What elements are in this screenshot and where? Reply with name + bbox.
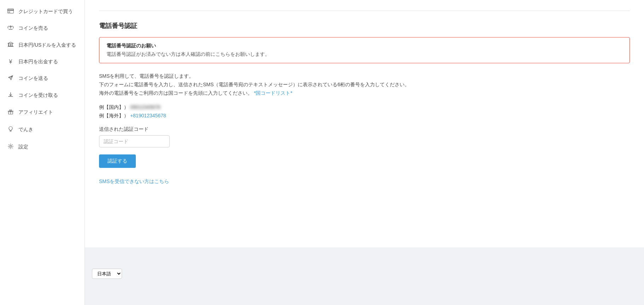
alert-box: 電話番号認証のお願い 電話番号認証がお済みでない方は本人確認の前にこちらをお願い… xyxy=(99,37,630,63)
top-divider xyxy=(99,11,630,11)
sidebar-item-receive-coins-label: コインを受け取る xyxy=(18,92,58,99)
country-code-link[interactable]: *国コードリスト* xyxy=(254,90,292,96)
sidebar-item-settings-label: 設定 xyxy=(18,144,28,150)
sidebar: クレジットカードで買う コインを売る xyxy=(0,0,85,305)
description: SMSを利用して、電話番号を認証します。 下のフォームに電話番号を入力し、送信さ… xyxy=(99,72,630,97)
sidebar-item-electricity[interactable]: でんき xyxy=(0,121,85,139)
sidebar-item-electricity-label: でんき xyxy=(18,127,33,133)
download-icon xyxy=(7,92,14,99)
description-line4-prefix: 海外の電話番号をご利用の方は国コードを先頭に入力してください。 xyxy=(99,90,253,96)
yen-icon: ¥ xyxy=(7,59,14,65)
sidebar-item-send-coins[interactable]: コインを送る xyxy=(0,70,85,87)
example-domestic-label: 例【国内】） xyxy=(99,104,129,110)
sidebar-item-send-coins-label: コインを送る xyxy=(18,75,48,82)
bulb-icon xyxy=(7,126,14,134)
example-overseas-label: 例【海外】） xyxy=(99,113,129,118)
sidebar-item-receive-coins[interactable]: コインを受け取る xyxy=(0,87,85,104)
page-title: 電話番号認証 xyxy=(99,22,630,30)
form-section: 送信された認証コード 認証する xyxy=(99,126,630,178)
gear-icon xyxy=(7,143,14,151)
sidebar-item-sell-coins[interactable]: コインを売る xyxy=(0,20,85,37)
sidebar-item-deposit-jpy-usd-label: 日本円/USドルを入金する xyxy=(18,42,76,48)
sidebar-item-buy-credit-card[interactable]: クレジットカードで買う xyxy=(0,4,85,20)
description-line2: 下のフォームに電話番号を入力し、送信されたSMS（電話番号宛のテキストメッセージ… xyxy=(99,82,350,87)
cloud-upload-icon xyxy=(7,25,14,32)
example-domestic: 例【国内】） 09012345678 xyxy=(99,104,630,111)
sidebar-item-buy-credit-card-label: クレジットカードで買う xyxy=(18,8,73,15)
svg-marker-3 xyxy=(8,42,13,43)
alert-title: 電話番号認証のお願い xyxy=(106,43,622,49)
svg-rect-6 xyxy=(12,43,12,46)
language-select[interactable]: 日本語 English xyxy=(92,269,122,279)
description-line1: SMSを利用して、電話番号を認証します。 xyxy=(99,73,194,79)
content-card: 電話番号認証 電話番号認証のお願い 電話番号認証がお済みでない方は本人確認の前に… xyxy=(85,0,644,247)
credit-card-icon xyxy=(7,8,14,15)
svg-rect-5 xyxy=(10,43,11,46)
sidebar-item-withdraw-jpy[interactable]: ¥ 日本円を出金する xyxy=(0,54,85,70)
alert-body: 電話番号認証がお済みでない方は本人確認の前にこちらをお願いします。 xyxy=(106,51,622,58)
sidebar-item-affiliate-label: アフィリエイト xyxy=(18,109,53,116)
sidebar-item-settings[interactable]: 設定 xyxy=(0,139,85,156)
sidebar-item-withdraw-jpy-label: 日本円を出金する xyxy=(18,59,58,65)
description-line3: 番号を入力してください。 xyxy=(350,82,410,87)
verify-button[interactable]: 認証する xyxy=(99,154,136,168)
send-icon xyxy=(7,75,14,82)
svg-rect-4 xyxy=(8,43,9,46)
page-layout: クレジットカードで買う コインを売る xyxy=(0,0,644,305)
example-overseas: 例【海外】） +819012345678 xyxy=(99,113,630,119)
svg-rect-1 xyxy=(7,10,14,11)
svg-rect-2 xyxy=(8,12,10,12)
main-content: 電話番号認証 電話番号認証のお願い 電話番号認証がお済みでない方は本人確認の前に… xyxy=(85,0,644,305)
footer-language-section: 日本語 English xyxy=(85,262,644,286)
sidebar-item-affiliate[interactable]: アフィリエイト xyxy=(0,104,85,121)
svg-rect-0 xyxy=(8,9,14,13)
sms-cannot-receive-link[interactable]: SMSを受信できない方はこちら xyxy=(99,178,169,184)
example-overseas-value[interactable]: +819012345678 xyxy=(130,113,166,118)
bank-icon xyxy=(7,42,14,49)
sms-cannot-receive-section: SMSを受信できない方はこちら xyxy=(99,178,630,185)
example-domestic-value: 09012345678 xyxy=(130,104,161,110)
sidebar-item-sell-coins-label: コインを売る xyxy=(18,25,48,31)
svg-rect-7 xyxy=(8,46,13,47)
verification-code-input[interactable] xyxy=(99,135,170,147)
gift-icon xyxy=(7,109,14,116)
form-label: 送信された認証コード xyxy=(99,126,630,133)
svg-point-10 xyxy=(10,146,12,147)
sidebar-item-deposit-jpy-usd[interactable]: 日本円/USドルを入金する xyxy=(0,37,85,54)
